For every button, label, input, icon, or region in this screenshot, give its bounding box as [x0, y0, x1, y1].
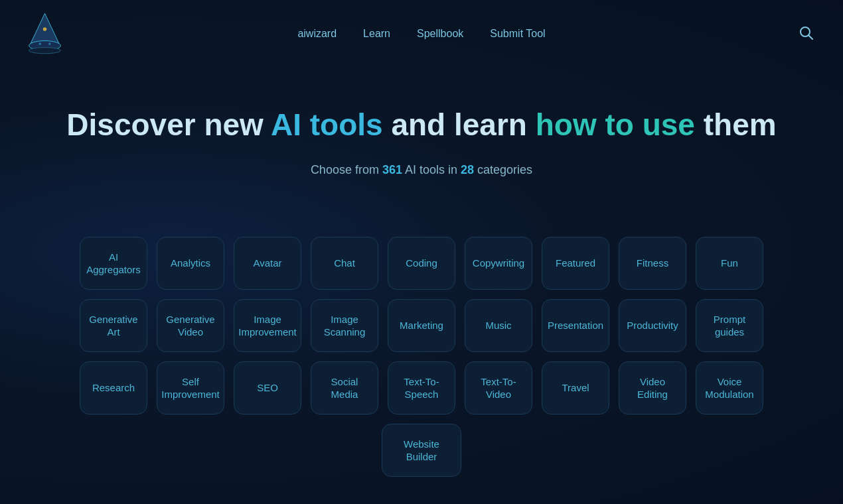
- navbar: aiwizard Learn Spellbook Submit Tool: [0, 0, 843, 67]
- category-row-2: Generative Art Generative Video Image Im…: [80, 299, 763, 352]
- category-image-scanning[interactable]: Image Scanning: [311, 299, 378, 352]
- category-productivity[interactable]: Productivity: [619, 299, 686, 352]
- nav-learn[interactable]: Learn: [363, 28, 390, 40]
- svg-line-7: [809, 36, 813, 40]
- svg-point-2: [43, 27, 47, 31]
- category-text-to-video[interactable]: Text-To-Video: [465, 361, 532, 414]
- hero-section: Discover new AI tools and learn how to u…: [0, 67, 843, 237]
- category-music[interactable]: Music: [465, 299, 532, 352]
- category-voice-modulation[interactable]: Voice Modulation: [696, 361, 763, 414]
- svg-point-5: [29, 48, 61, 54]
- categories-grid: AI Aggregators Analytics Avatar Chat Cod…: [0, 237, 843, 503]
- category-analytics[interactable]: Analytics: [157, 237, 224, 290]
- logo[interactable]: [27, 12, 63, 55]
- category-fitness[interactable]: Fitness: [619, 237, 686, 290]
- category-copywriting[interactable]: Copywriting: [465, 237, 532, 290]
- category-chat[interactable]: Chat: [311, 237, 378, 290]
- category-prompt-guides[interactable]: Prompt guides: [696, 299, 763, 352]
- category-featured[interactable]: Featured: [542, 237, 609, 290]
- category-presentation[interactable]: Presentation: [542, 299, 609, 352]
- category-ai-aggregators[interactable]: AI Aggregators: [80, 237, 147, 290]
- category-text-to-speech[interactable]: Text-To-Speech: [388, 361, 455, 414]
- hero-heading: Discover new AI tools and learn how to u…: [13, 107, 830, 143]
- nav-submit-tool[interactable]: Submit Tool: [490, 28, 545, 40]
- category-research[interactable]: Research: [80, 361, 147, 414]
- category-self-improvement[interactable]: Self Improvement: [157, 361, 224, 414]
- category-avatar[interactable]: Avatar: [234, 237, 301, 290]
- category-row-3: Research Self Improvement SEO Social Med…: [80, 361, 763, 414]
- nav-spellbook[interactable]: Spellbook: [417, 28, 463, 40]
- category-travel[interactable]: Travel: [542, 361, 609, 414]
- category-social-media[interactable]: Social Media: [311, 361, 378, 414]
- nav-aiwizard[interactable]: aiwizard: [297, 28, 337, 40]
- category-website-builder[interactable]: Website Builder: [382, 424, 461, 477]
- nav-links: aiwizard Learn Spellbook Submit Tool: [297, 28, 545, 40]
- category-marketing[interactable]: Marketing: [388, 299, 455, 352]
- category-fun[interactable]: Fun: [696, 237, 763, 290]
- category-row-4: Website Builder: [80, 424, 763, 477]
- svg-point-3: [38, 42, 41, 45]
- category-row-1: AI Aggregators Analytics Avatar Chat Cod…: [80, 237, 763, 290]
- category-generative-art[interactable]: Generative Art: [80, 299, 147, 352]
- hero-subtitle: Choose from 361 AI tools in 28 categorie…: [13, 163, 830, 177]
- search-button[interactable]: [795, 22, 816, 45]
- category-coding[interactable]: Coding: [388, 237, 455, 290]
- category-seo[interactable]: SEO: [234, 361, 301, 414]
- category-generative-video[interactable]: Generative Video: [157, 299, 224, 352]
- category-video-editing[interactable]: Video Editing: [619, 361, 686, 414]
- category-image-improvement[interactable]: Image Improvement: [234, 299, 301, 352]
- svg-point-4: [48, 42, 51, 45]
